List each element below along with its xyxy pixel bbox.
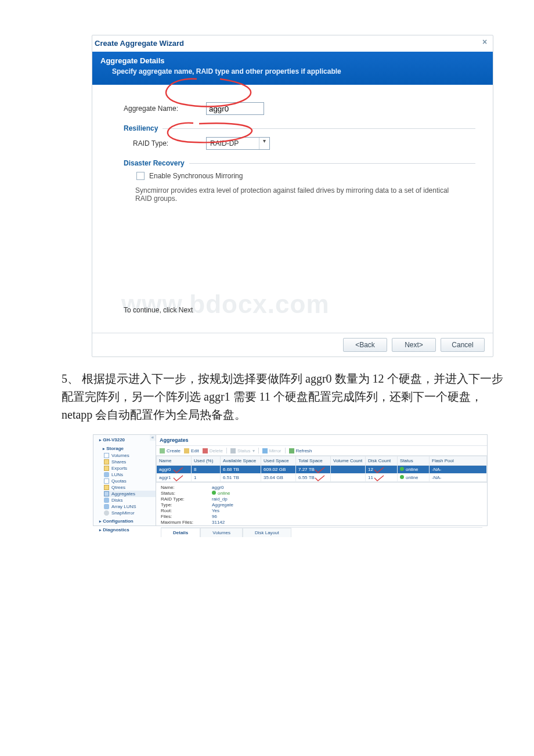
table-row[interactable]: aggr0 8 6.68 TB 609.02 GB 7.27 TB 12 xyxy=(157,466,487,474)
next-button[interactable]: Next> xyxy=(392,338,436,352)
divider xyxy=(163,128,475,129)
col-used[interactable]: Used (%) xyxy=(192,456,221,466)
tab-disklayout[interactable]: Disk Layout xyxy=(243,528,291,537)
raid-type-select[interactable]: RAID-DP ▾ xyxy=(206,137,270,150)
wizard-subtitle: Aggregate Details xyxy=(100,56,485,65)
nav-storage[interactable]: ▸ Storage xyxy=(93,444,156,452)
divider xyxy=(189,163,475,164)
detail-key-raid: RAID Type: xyxy=(161,496,207,502)
detail-val-status: online xyxy=(212,491,230,496)
sync-mirror-hint: Syncmirror provides extra level of prote… xyxy=(135,186,460,203)
col-avail[interactable]: Available Space xyxy=(221,456,261,466)
nav-item-volumes[interactable]: Volumes xyxy=(104,452,156,459)
tab-details[interactable]: Details xyxy=(161,528,200,537)
nav-item-snapmirror[interactable]: SnapMirror xyxy=(104,510,156,516)
toolbar-separator xyxy=(285,448,286,453)
cell-disk: 11 xyxy=(368,475,373,480)
col-volcount[interactable]: Volume Count xyxy=(331,456,366,466)
cell-flash: -NA- xyxy=(430,466,487,474)
nav-item-exports[interactable]: Exports xyxy=(104,465,156,471)
nav-diagnostics[interactable]: ▸ Diagnostics xyxy=(93,525,156,534)
doc-paragraph: 5、 根据提示进入下一步，按规划选择要做阵列 aggr0 数量为 12 个硬盘，… xyxy=(62,370,508,424)
cell-total: 7.27 TB xyxy=(298,467,315,472)
disaster-recovery-heading: Disaster Recovery xyxy=(124,159,185,167)
resiliency-heading: Resiliency xyxy=(124,124,158,132)
aggregates-table: Name Used (%) Available Space Used Space… xyxy=(156,456,487,482)
nav-item-disks[interactable]: Disks xyxy=(104,497,156,503)
main-area: Aggregates Create Edit Delete Status ▾ M… xyxy=(156,435,487,525)
details-pane: Name:aggr0 Status:online RAID Type:raid_… xyxy=(156,482,487,538)
annotation-check-icon xyxy=(374,467,384,474)
annotation-check-icon xyxy=(315,475,325,482)
nav-item-qtrees[interactable]: Qtrees xyxy=(104,484,156,491)
aggregate-name-label: Aggregate Name: xyxy=(124,105,199,113)
nav-item-quotas[interactable]: Quotas xyxy=(104,478,156,484)
checkbox-icon xyxy=(136,172,145,180)
cell-usedspace: 609.02 GB xyxy=(261,466,296,474)
annotation-check-icon xyxy=(173,467,183,474)
mirror-button[interactable]: Mirror xyxy=(262,448,282,453)
col-name[interactable]: Name xyxy=(157,456,192,466)
nav-configuration[interactable]: ▸ Configuration xyxy=(93,516,156,525)
detail-val-files: 96 xyxy=(212,514,217,519)
wizard-title: Create Aggregate Wizard xyxy=(95,39,184,48)
col-diskcount[interactable]: Disk Count xyxy=(366,456,398,466)
toolbar-separator xyxy=(226,448,227,453)
detail-val-root: Yes xyxy=(212,508,219,513)
wizard-subheading: Specify aggregate name, RAID type and ot… xyxy=(100,67,485,75)
detail-val-maxfiles: 31142 xyxy=(212,520,225,525)
create-button[interactable]: Create xyxy=(160,448,181,453)
wizard-footer: <Back Next> Cancel xyxy=(92,333,493,357)
cell-used: 8 xyxy=(192,466,221,474)
aggregate-wizard-dialog: Create Aggregate Wizard × Aggregate Deta… xyxy=(92,35,493,357)
aggregate-name-input[interactable] xyxy=(206,102,264,115)
nav-item-shares[interactable]: Shares xyxy=(104,459,156,465)
status-dot-icon xyxy=(212,491,216,495)
detail-key-status: Status: xyxy=(161,491,207,496)
chevron-down-icon: ▾ xyxy=(259,138,269,149)
col-usedspace[interactable]: Used Space xyxy=(261,456,296,466)
toolbar: Create Edit Delete Status ▾ Mirror Refre… xyxy=(156,445,487,456)
cell-status: online xyxy=(398,466,430,474)
col-flash[interactable]: Flash Pool xyxy=(430,456,487,466)
nav-root[interactable]: ▸ GH-V3220 xyxy=(93,435,156,444)
nav-item-array-luns[interactable]: Array LUNS xyxy=(104,503,156,510)
status-dot-icon xyxy=(400,475,404,479)
cell-name: aggr0 xyxy=(159,467,171,472)
nav-tree: « ▸ GH-V3220 ▸ Storage Volumes Shares Ex… xyxy=(93,435,156,525)
delete-button[interactable]: Delete xyxy=(203,448,223,453)
table-header-row: Name Used (%) Available Space Used Space… xyxy=(157,456,487,466)
detail-key-root: Root: xyxy=(161,508,207,513)
nav-item-aggregates[interactable]: Aggregates xyxy=(104,491,156,497)
cancel-button[interactable]: Cancel xyxy=(441,338,485,352)
nav-item-luns[interactable]: LUNs xyxy=(104,471,156,478)
cell-disk: 12 xyxy=(368,467,373,472)
col-status[interactable]: Status xyxy=(398,456,430,466)
wizard-header: Aggregate Details Specify aggregate name… xyxy=(92,52,493,85)
sync-mirror-checkbox[interactable]: Enable Synchronous Mirroring xyxy=(136,172,243,180)
detail-val-raid: raid_dp xyxy=(212,496,228,502)
sync-mirror-label: Enable Synchronous Mirroring xyxy=(149,172,243,180)
edit-button[interactable]: Edit xyxy=(184,448,199,453)
annotation-check-icon xyxy=(173,475,183,482)
cell-avail: 6.68 TB xyxy=(221,466,261,474)
cell-total: 6.55 TB xyxy=(298,475,315,480)
refresh-button[interactable]: Refresh xyxy=(289,448,312,453)
detail-key-files: Files: xyxy=(161,514,207,519)
cell-avail: 6.51 TB xyxy=(221,474,261,482)
watermark-text: www.bdocx.com xyxy=(121,290,475,319)
cell-vol xyxy=(331,466,366,474)
close-icon[interactable]: × xyxy=(480,38,489,47)
wizard-titlebar: Create Aggregate Wizard × xyxy=(92,35,493,52)
collapse-icon[interactable]: « xyxy=(150,435,156,441)
cell-vol xyxy=(331,474,366,482)
status-dot-icon xyxy=(400,467,404,471)
col-total[interactable]: Total Space xyxy=(296,456,331,466)
back-button[interactable]: <Back xyxy=(343,338,387,352)
detail-val-name: aggr0 xyxy=(212,485,223,490)
table-row[interactable]: aggr1 1 6.51 TB 35.64 GB 6.55 TB 11 xyxy=(157,474,487,482)
status-button[interactable]: Status ▾ xyxy=(230,448,255,453)
system-manager-pane: « ▸ GH-V3220 ▸ Storage Volumes Shares Ex… xyxy=(93,434,488,526)
tab-volumes[interactable]: Volumes xyxy=(200,528,243,537)
detail-key-name: Name: xyxy=(161,485,207,490)
